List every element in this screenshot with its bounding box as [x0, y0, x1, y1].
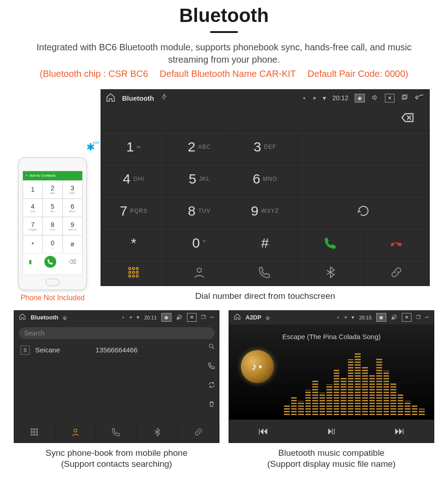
contacts-caption: Sync phone-book from mobile phone (Suppo… [14, 448, 219, 470]
phone-key-3[interactable]: 3DEF [63, 180, 82, 199]
phone-key-5[interactable]: 5JKL [43, 199, 62, 217]
home-icon[interactable] [106, 92, 116, 104]
svg-point-16 [31, 431, 32, 432]
nav-history[interactable] [232, 259, 298, 286]
back-icon[interactable]: ⤺ [425, 314, 429, 320]
key-9[interactable]: 9WXYZ [232, 195, 298, 227]
back-icon[interactable]: ⤺ [210, 314, 214, 320]
usb-icon: ψ [63, 315, 67, 320]
music-controls: ⏮ ⏯ ⏭ [229, 420, 434, 443]
key-2[interactable]: 2ABC [167, 131, 233, 163]
search-input[interactable]: Search [19, 327, 214, 339]
contact-row[interactable]: S Seicane 13566664466 [14, 342, 219, 359]
key-4[interactable]: 4GHI [101, 163, 167, 195]
phone-backspace-icon[interactable]: ⌫ [69, 259, 76, 265]
key-hangup[interactable] [363, 227, 429, 259]
intro-text: Integrated with BC6 Bluetooth module, su… [0, 41, 448, 66]
svg-point-12 [209, 344, 213, 347]
close-app-icon[interactable]: ✕ [385, 94, 395, 103]
nav-keypad[interactable] [101, 259, 167, 286]
phone-key-2[interactable]: 2ABC [43, 180, 62, 199]
location-icon: ⌖ [344, 314, 347, 320]
key-3[interactable]: 3DEF [232, 131, 298, 163]
nav-history[interactable] [96, 421, 137, 443]
phone-key-*[interactable]: * [23, 235, 43, 254]
side-delete-icon[interactable] [208, 400, 215, 410]
camera-icon[interactable]: ◉ [355, 94, 365, 103]
title-underline [210, 31, 238, 33]
clock-text: 20:12 [332, 94, 348, 102]
dial-display [101, 106, 429, 131]
key-5[interactable]: 5JKL [167, 163, 233, 195]
nav-contacts[interactable] [55, 421, 96, 443]
play-pause-button[interactable]: ⏯ [326, 425, 336, 437]
side-sync-icon[interactable] [208, 381, 215, 390]
svg-point-10 [136, 275, 139, 277]
key-6[interactable]: 6MNO [232, 163, 298, 195]
svg-rect-0 [402, 96, 406, 99]
recent-apps-icon[interactable]: ❐ [201, 314, 206, 320]
dialpad: 1∞ 2ABC 3DEF 4GHI 5JKL 6MNO 7PQRS 8TUV 9… [101, 131, 429, 259]
nav-bluetooth[interactable] [298, 259, 364, 286]
volume-icon[interactable]: 🔊 [391, 314, 397, 320]
phone-call-button[interactable] [44, 256, 56, 268]
volume-icon[interactable]: 🔊 [176, 314, 182, 320]
key-empty-2 [298, 163, 429, 195]
nav-keypad[interactable] [14, 421, 55, 443]
close-app-icon[interactable]: ✕ [402, 313, 411, 322]
clock-text: 20:15 [359, 315, 372, 320]
nav-contacts[interactable] [167, 259, 233, 286]
recent-apps-icon[interactable]: ❐ [416, 314, 421, 320]
key-0[interactable]: 0+ [167, 227, 233, 259]
svg-point-22 [74, 429, 77, 432]
side-call-icon[interactable] [208, 362, 215, 371]
volume-icon[interactable] [371, 94, 379, 103]
prev-button[interactable]: ⏮ [258, 425, 268, 437]
music-title: A2DP [245, 314, 261, 321]
bluetooth-icon: ⋆ [336, 314, 340, 320]
key-7[interactable]: 7PQRS [101, 195, 167, 227]
next-button[interactable]: ⏭ [395, 425, 405, 437]
key-star[interactable]: * [101, 227, 167, 259]
contact-badge: S [21, 346, 30, 355]
bluetooth-icon: ⋆ [302, 94, 306, 102]
nav-pair[interactable] [363, 259, 429, 286]
song-title: Escape (The Pina Colada Song) [229, 333, 434, 340]
close-app-icon[interactable]: ✕ [187, 313, 197, 322]
camera-icon[interactable]: ◉ [376, 313, 386, 322]
svg-point-18 [36, 431, 37, 432]
key-redial[interactable] [298, 195, 429, 227]
svg-point-13 [31, 428, 32, 430]
usb-icon [160, 94, 168, 103]
contact-number: 13566664466 [96, 346, 138, 354]
home-icon[interactable] [234, 313, 241, 322]
phone-key-1[interactable]: 1 [23, 180, 43, 199]
nav-pair[interactable] [178, 421, 219, 443]
key-8[interactable]: 8TUV [167, 195, 233, 227]
nav-bluetooth[interactable] [137, 421, 178, 443]
phone-key-4[interactable]: 4GHI [23, 199, 43, 217]
wifi-icon: ▾ [323, 94, 326, 102]
key-call[interactable] [298, 227, 364, 259]
phone-video-icon: ▮ [29, 259, 32, 265]
wifi-icon: ▾ [137, 314, 139, 320]
phone-add-contacts-label: Add to Contacts [30, 173, 56, 178]
phone-key-#[interactable]: # [63, 235, 82, 254]
svg-point-2 [129, 268, 131, 270]
phone-key-0[interactable]: 0+ [43, 235, 62, 254]
home-icon[interactable] [19, 313, 26, 322]
phone-key-6[interactable]: 6MNO [63, 199, 82, 217]
side-search-icon[interactable] [208, 343, 215, 352]
svg-point-17 [34, 431, 35, 432]
key-1[interactable]: 1∞ [101, 131, 167, 163]
camera-icon[interactable]: ◉ [161, 313, 171, 322]
phone-key-8[interactable]: 8TUV [43, 217, 62, 235]
phone-key-9[interactable]: 9WXYZ [63, 217, 82, 235]
back-icon[interactable] [415, 92, 425, 104]
key-hash[interactable]: # [232, 227, 298, 259]
recent-apps-icon[interactable] [401, 94, 408, 103]
phone-key-7[interactable]: 7PQRS [23, 217, 43, 235]
phone-home-button [46, 279, 59, 286]
backspace-key[interactable] [400, 110, 416, 127]
spec-chip: (Bluetooth chip : CSR BC6 [40, 69, 148, 79]
